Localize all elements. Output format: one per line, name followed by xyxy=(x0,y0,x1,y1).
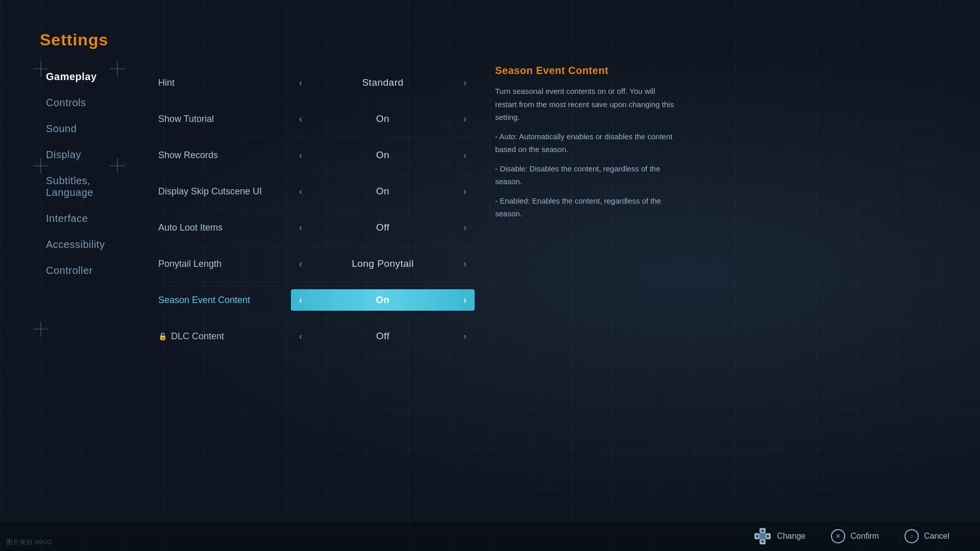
setting-control-ponytail: ‹ Long Ponytail › xyxy=(291,253,475,274)
setting-value-show-tutorial: On xyxy=(376,113,389,124)
info-panel-title: Season Event Content xyxy=(495,65,679,77)
setting-value-dlc-content: Off xyxy=(376,331,390,342)
dpad-icon xyxy=(753,527,772,545)
setting-label-dlc-content: 🔒 DLC Content xyxy=(158,331,291,342)
sidebar: Gameplay Controls Sound Display Subtitle… xyxy=(0,65,138,551)
arrow-right-season-event[interactable]: › xyxy=(463,295,467,306)
settings-list: Hint ‹ Standard › Show Tutorial ‹ On › xyxy=(158,65,475,551)
setting-value-hint: Standard xyxy=(362,77,403,88)
arrow-right-dlc-content[interactable]: › xyxy=(463,331,467,342)
arrow-right-ponytail[interactable]: › xyxy=(463,259,467,269)
change-action[interactable]: Change xyxy=(753,527,805,545)
confirm-label: Confirm xyxy=(850,532,879,541)
setting-value-auto-loot: Off xyxy=(376,222,390,233)
info-description-main: Turn seasonal event contents on or off. … xyxy=(495,85,679,124)
setting-row-dlc-content: 🔒 DLC Content ‹ Off › xyxy=(158,318,475,355)
cancel-action[interactable]: ○ Cancel xyxy=(904,529,949,543)
sidebar-item-sound[interactable]: Sound xyxy=(40,117,138,141)
info-bullet-2: - Disable: Disables the content, regardl… xyxy=(495,162,679,188)
bottom-bar: Change ✕ Confirm ○ Cancel xyxy=(0,520,980,551)
change-label: Change xyxy=(777,532,805,541)
sidebar-item-accessibility[interactable]: Accessibility xyxy=(40,233,138,257)
arrow-left-display-skip[interactable]: ‹ xyxy=(299,186,302,197)
lock-icon: 🔒 xyxy=(158,332,167,340)
setting-row-display-skip: Display Skip Cutscene UI ‹ On › xyxy=(158,173,475,210)
info-bullet-1: - Auto: Automatically enables or disable… xyxy=(495,130,679,156)
cancel-icon: ○ xyxy=(904,529,919,543)
sidebar-item-display[interactable]: Display xyxy=(40,143,138,167)
arrow-right-show-tutorial[interactable]: › xyxy=(463,114,467,124)
setting-label-hint: Hint xyxy=(158,78,291,88)
arrow-left-dlc-content[interactable]: ‹ xyxy=(299,331,302,342)
setting-control-hint: ‹ Standard › xyxy=(291,72,475,93)
setting-label-auto-loot: Auto Loot Items xyxy=(158,222,291,233)
setting-row-ponytail: Ponytail Length ‹ Long Ponytail › xyxy=(158,246,475,282)
setting-row-auto-loot: Auto Loot Items ‹ Off › xyxy=(158,210,475,246)
sidebar-item-subtitles[interactable]: Subtitles, Language xyxy=(40,169,138,205)
sidebar-item-interface[interactable]: Interface xyxy=(40,207,138,231)
arrow-right-show-records[interactable]: › xyxy=(463,150,467,161)
arrow-right-hint[interactable]: › xyxy=(463,78,467,88)
confirm-icon: ✕ xyxy=(831,529,845,543)
watermark: 图片来自 A9VG xyxy=(6,538,52,547)
arrow-left-show-records[interactable]: ‹ xyxy=(299,150,302,161)
sidebar-item-controls[interactable]: Controls xyxy=(40,91,138,115)
svg-rect-4 xyxy=(760,533,766,539)
setting-control-show-records: ‹ On › xyxy=(291,144,475,166)
confirm-action[interactable]: ✕ Confirm xyxy=(831,529,879,543)
setting-control-season-event[interactable]: ‹ On › xyxy=(291,289,475,311)
arrow-left-ponytail[interactable]: ‹ xyxy=(299,259,302,269)
setting-control-show-tutorial: ‹ On › xyxy=(291,108,475,130)
sidebar-item-gameplay[interactable]: Gameplay xyxy=(40,65,138,89)
setting-label-ponytail: Ponytail Length xyxy=(158,259,291,269)
info-bullet-3: - Enabled: Enables the content, regardle… xyxy=(495,194,679,220)
setting-control-display-skip: ‹ On › xyxy=(291,181,475,202)
arrow-right-display-skip[interactable]: › xyxy=(463,186,467,197)
setting-label-display-skip: Display Skip Cutscene UI xyxy=(158,186,291,197)
setting-value-display-skip: On xyxy=(376,186,389,197)
info-panel-description: Turn seasonal event contents on or off. … xyxy=(495,85,679,220)
arrow-left-hint[interactable]: ‹ xyxy=(299,78,302,88)
setting-label-show-records: Show Records xyxy=(158,150,291,161)
cancel-label: Cancel xyxy=(924,532,949,541)
setting-row-season-event: Season Event Content ‹ On › xyxy=(158,282,475,318)
settings-body: Gameplay Controls Sound Display Subtitle… xyxy=(0,65,980,551)
setting-row-show-tutorial: Show Tutorial ‹ On › xyxy=(158,101,475,137)
setting-row-hint: Hint ‹ Standard › xyxy=(158,65,475,101)
sidebar-item-controller[interactable]: Controller xyxy=(40,259,138,283)
info-panel: Season Event Content Turn seasonal event… xyxy=(495,65,679,551)
arrow-right-auto-loot[interactable]: › xyxy=(463,222,467,233)
settings-container: Settings Gameplay Controls Sound Display… xyxy=(0,0,980,551)
page-title: Settings xyxy=(0,31,980,49)
main-content: Hint ‹ Standard › Show Tutorial ‹ On › xyxy=(138,65,980,551)
setting-label-season-event: Season Event Content xyxy=(158,295,291,306)
arrow-left-season-event[interactable]: ‹ xyxy=(299,295,302,306)
setting-row-show-records: Show Records ‹ On › xyxy=(158,137,475,173)
arrow-left-auto-loot[interactable]: ‹ xyxy=(299,222,302,233)
setting-label-show-tutorial: Show Tutorial xyxy=(158,114,291,124)
setting-control-auto-loot: ‹ Off › xyxy=(291,217,475,238)
setting-value-show-records: On xyxy=(376,149,389,161)
setting-control-dlc-content: ‹ Off › xyxy=(291,325,475,347)
setting-value-season-event: On xyxy=(376,294,389,306)
arrow-left-show-tutorial[interactable]: ‹ xyxy=(299,114,302,124)
setting-value-ponytail: Long Ponytail xyxy=(352,258,414,269)
